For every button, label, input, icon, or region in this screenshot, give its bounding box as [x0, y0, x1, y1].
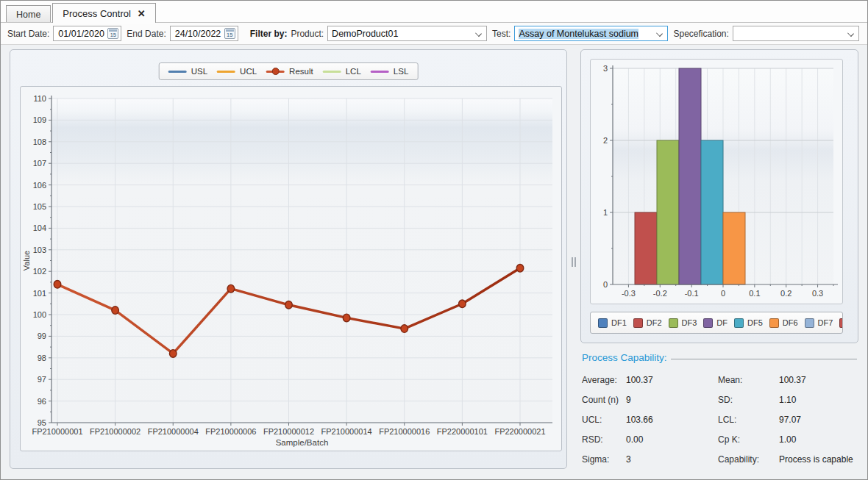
x-tick-label: 0.1	[749, 289, 760, 298]
result-point[interactable]	[285, 301, 293, 309]
end-date-label: End Date:	[127, 29, 166, 39]
end-date-input[interactable]: 24/10/2022 15	[170, 26, 238, 41]
legend-item-ucl[interactable]: UCL	[217, 67, 257, 76]
legend-label: DF1	[611, 318, 627, 327]
histogram-svg: 0123-0.3-0.2-0.100.10.20.3	[591, 60, 842, 304]
histogram-area: 0123-0.3-0.2-0.100.10.20.3	[590, 59, 843, 304]
df4-swatch	[703, 318, 713, 328]
legend-item-lcl[interactable]: LCL	[323, 67, 361, 76]
tab-process-control-label: Process Control	[63, 8, 130, 19]
filter-by-label: Filter by:	[250, 29, 288, 39]
lsl-swatch	[371, 71, 389, 73]
result-point[interactable]	[459, 300, 466, 308]
y-tick-label: 103	[33, 246, 46, 254]
right-column: 0123-0.3-0.2-0.100.10.20.3 DF1 DF2 DF3	[580, 49, 858, 476]
panel-splitter[interactable]	[569, 45, 579, 479]
legend-item-df5[interactable]: DF5	[734, 318, 763, 328]
title-rule	[671, 359, 857, 359]
x-tick-label: FP210000006	[205, 427, 256, 436]
legend-item-df1[interactable]: DF1	[598, 318, 627, 328]
histogram-bar[interactable]	[723, 212, 745, 284]
calendar-icon[interactable]: 15	[224, 28, 235, 39]
stat-label: Capability:	[718, 455, 779, 465]
filter-toolbar: Start Date: 01/01/2020 15 End Date: 24/1…	[1, 23, 867, 45]
histogram-bar[interactable]	[679, 68, 701, 284]
stat-value: 1.10	[779, 395, 857, 405]
legend-item-df7[interactable]: DF7	[805, 318, 833, 328]
test-select[interactable]: Assay of Montelukast sodium	[514, 26, 668, 41]
splitter-grip-icon	[572, 257, 573, 267]
main-content: USL UCL Result LCL L	[1, 45, 867, 479]
stat-value: 100.37	[779, 376, 857, 385]
start-date-value: 01/01/2020	[58, 29, 104, 39]
histogram-bar[interactable]	[701, 140, 723, 284]
legend-item-usl[interactable]: USL	[168, 67, 207, 76]
stat-value: 3	[626, 455, 718, 465]
stat-label: Sigma:	[582, 455, 626, 465]
legend-item-df6[interactable]: DF6	[769, 318, 798, 328]
control-chart-legend: USL UCL Result LCL L	[159, 62, 419, 80]
test-label: Test:	[492, 29, 511, 39]
clipped-swatch	[839, 318, 843, 328]
x-tick-label: FP210000012	[263, 427, 314, 436]
y-axis-title: Value	[22, 251, 31, 271]
x-tick-label: FP210000004	[148, 427, 199, 436]
histogram-panel: 0123-0.3-0.2-0.100.10.20.3 DF1 DF2 DF3	[580, 49, 858, 343]
x-tick-label: FP210000001	[32, 427, 82, 436]
y-tick-label: 102	[33, 267, 46, 276]
product-label: Product:	[291, 29, 324, 39]
tab-strip: Home Process Control ✕	[1, 1, 867, 23]
start-date-label: Start Date:	[7, 29, 49, 39]
y-tick-label: 99	[38, 332, 46, 340]
specification-select[interactable]	[733, 26, 859, 41]
product-value: DemoProduct01	[332, 29, 398, 39]
x-tick-label: -0.3	[622, 289, 636, 298]
y-tick-label: 95	[38, 418, 46, 427]
histogram-bar[interactable]	[657, 140, 679, 284]
legend-item-result[interactable]: Result	[266, 67, 313, 76]
result-point[interactable]	[54, 281, 61, 289]
result-point[interactable]	[227, 284, 235, 293]
result-point[interactable]	[401, 325, 408, 333]
result-point[interactable]	[169, 350, 177, 358]
stat-value: 103.66	[626, 415, 718, 425]
legend-label: USL	[191, 67, 207, 76]
y-tick-label: 107	[33, 159, 46, 168]
legend-label: DF3	[682, 318, 697, 327]
app-window: Home Process Control ✕ Start Date: 01/01…	[0, 0, 868, 480]
legend-label: DF	[716, 318, 728, 327]
close-tab-icon[interactable]: ✕	[138, 9, 146, 18]
tab-home[interactable]: Home	[6, 5, 51, 23]
stat-label: SD:	[718, 395, 779, 405]
product-select[interactable]: DemoProduct01	[327, 26, 487, 41]
y-tick-label: 100	[33, 310, 46, 319]
df2-swatch	[633, 318, 643, 328]
result-point[interactable]	[112, 307, 119, 315]
legend-item-df2[interactable]: DF2	[633, 318, 662, 328]
process-capability-title: Process Capability:	[582, 352, 667, 363]
y-tick-label: 2	[603, 136, 608, 145]
tab-process-control[interactable]: Process Control ✕	[52, 3, 155, 23]
result-point[interactable]	[516, 264, 524, 272]
df1-swatch	[598, 318, 608, 328]
y-tick-label: 0	[603, 280, 608, 289]
start-date-input[interactable]: 01/01/2020 15	[53, 26, 121, 41]
x-tick-label: -0.2	[653, 289, 667, 298]
calendar-icon[interactable]: 15	[107, 28, 118, 39]
legend-item-df4[interactable]: DF	[703, 318, 728, 328]
chevron-down-icon	[475, 30, 482, 37]
x-tick-label: -0.1	[685, 289, 699, 298]
result-point[interactable]	[343, 314, 350, 322]
histogram-bar[interactable]	[635, 212, 657, 284]
legend-label: DF6	[783, 318, 798, 327]
stat-label: RSD:	[582, 435, 626, 445]
test-value: Assay of Montelukast sodium	[519, 29, 638, 39]
stat-label: Cp K:	[718, 435, 779, 445]
lcl-swatch	[323, 71, 341, 73]
control-chart-panel: USL UCL Result LCL L	[10, 49, 567, 469]
legend-item-df3[interactable]: DF3	[669, 318, 697, 328]
legend-label: Result	[289, 67, 313, 76]
legend-item-lsl[interactable]: LSL	[371, 67, 408, 76]
stat-label: UCL:	[582, 415, 626, 425]
legend-item-clipped	[839, 318, 843, 328]
